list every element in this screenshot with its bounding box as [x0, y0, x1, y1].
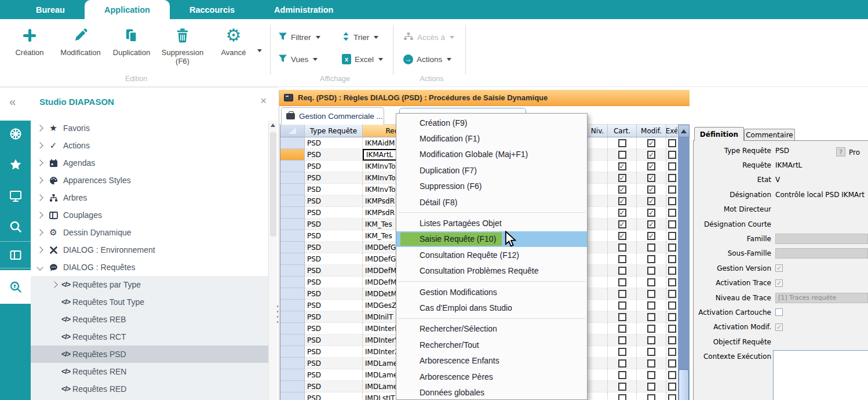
cell-cart[interactable]	[608, 277, 637, 288]
scrollbar-thumb[interactable]	[679, 369, 689, 400]
modif-checkbox[interactable]: ✓	[647, 139, 655, 147]
cell-modif[interactable]	[637, 381, 666, 392]
column-header-Exé[interactable]: Exé	[666, 125, 677, 137]
cell-niv[interactable]	[588, 207, 608, 219]
modif-checkbox[interactable]	[647, 278, 655, 286]
cell-exe[interactable]	[666, 392, 677, 400]
rail-star-icon[interactable]	[0, 151, 31, 178]
cell-niv[interactable]	[588, 288, 608, 300]
cell-modif[interactable]	[637, 369, 666, 381]
exe-checkbox[interactable]	[668, 371, 676, 379]
modif-checkbox[interactable]	[647, 290, 655, 298]
cell-cart[interactable]	[608, 323, 637, 334]
row-selector-cell[interactable]	[280, 300, 305, 311]
chevron-right-icon[interactable]	[37, 142, 43, 148]
cell-cart[interactable]	[608, 149, 637, 161]
modif-checkbox[interactable]: ✓	[647, 151, 655, 159]
tree-item-requ-tes-red[interactable]: </>Requêtes RED	[31, 380, 268, 398]
cell-niv[interactable]	[588, 300, 608, 311]
cell-niv[interactable]	[588, 253, 608, 265]
chevron-down-icon[interactable]	[447, 58, 451, 61]
cell-cart[interactable]	[608, 137, 637, 149]
cell-type-requete[interactable]: PSD	[305, 381, 363, 392]
menu-item-saisie-requ-te-f10-[interactable]: Saisie Requête (F10)	[396, 231, 587, 247]
tab-commentaire[interactable]: Commentaire	[744, 129, 795, 141]
row-selector-cell[interactable]	[280, 392, 305, 400]
tree-item-requ-tes-rct[interactable]: </>Requêtes RCT	[31, 328, 268, 346]
cell-exe[interactable]	[666, 219, 677, 230]
button-avancé[interactable]: ⚙Avancé	[210, 24, 257, 67]
exe-checkbox[interactable]	[668, 290, 676, 298]
rail-monitor-icon[interactable]	[0, 183, 31, 209]
column-header-Cart.[interactable]: Cart.	[608, 125, 637, 137]
cell-niv[interactable]	[588, 137, 608, 149]
field-checkbox[interactable]: ✓	[775, 279, 783, 287]
exe-checkbox[interactable]	[668, 243, 676, 252]
tree-item-dessin-dynamique[interactable]: ⚙Dessin Dynamique	[31, 224, 268, 241]
help-button[interactable]: ?	[836, 147, 845, 157]
menu-item-cas-d-emploi-dans-studio[interactable]: Cas d'Emploi dans Studio	[396, 300, 587, 315]
cell-exe[interactable]	[666, 300, 677, 311]
exe-checkbox[interactable]	[668, 394, 676, 400]
cell-cart[interactable]	[608, 369, 637, 381]
cell-type-requete[interactable]: PSD	[305, 358, 363, 369]
row-selector-cell[interactable]	[280, 358, 305, 369]
contexte-execution-textarea[interactable]	[773, 350, 868, 400]
cell-modif[interactable]: ✓	[637, 184, 666, 195]
cell-exe[interactable]	[666, 253, 677, 265]
row-selector-cell[interactable]	[280, 172, 305, 184]
row-selector-cell[interactable]	[280, 242, 305, 253]
row-selector-cell[interactable]	[280, 149, 305, 161]
cell-cart[interactable]	[608, 242, 637, 253]
cart-checkbox[interactable]	[618, 301, 626, 310]
row-selector-cell[interactable]	[280, 311, 305, 323]
cell-modif[interactable]: ✓	[637, 149, 666, 161]
cell-modif[interactable]: ✓	[637, 172, 666, 184]
cell-exe[interactable]	[666, 381, 677, 392]
exe-checkbox[interactable]	[668, 209, 676, 217]
cart-checkbox[interactable]	[618, 290, 626, 298]
cart-checkbox[interactable]	[618, 359, 626, 368]
chevron-right-icon[interactable]	[37, 194, 43, 201]
row-selector-cell[interactable]	[280, 137, 305, 149]
row-selector-cell[interactable]	[280, 230, 305, 242]
cell-exe[interactable]	[666, 265, 677, 277]
cell-modif[interactable]: ✓	[637, 207, 666, 219]
column-header-Niv.[interactable]: Niv.	[588, 125, 608, 137]
button-suppression[interactable]: Suppression (F6)	[159, 24, 206, 67]
menu-item-modification-f1-[interactable]: Modification (F1)	[396, 130, 587, 146]
cart-checkbox[interactable]	[618, 243, 626, 252]
cell-cart[interactable]: ✓	[608, 195, 637, 207]
cell-type-requete[interactable]: PSD	[305, 346, 363, 358]
modif-checkbox[interactable]: ✓	[647, 197, 655, 205]
chevron-down-icon[interactable]	[316, 36, 320, 39]
cell-modif[interactable]	[637, 242, 666, 253]
exe-checkbox[interactable]	[668, 359, 676, 368]
tree-item-couplages[interactable]: Couplages	[31, 206, 268, 224]
chevron-down-icon[interactable]	[257, 49, 262, 52]
modif-checkbox[interactable]	[647, 325, 655, 333]
cell-modif[interactable]	[637, 300, 666, 311]
cell-modif[interactable]: ✓	[637, 137, 666, 149]
cell-cart[interactable]: ✓	[608, 230, 637, 242]
tree-item-requ-tes-ren[interactable]: </>Requêtes REN	[31, 363, 268, 380]
cell-type-requete[interactable]: PSD	[305, 323, 363, 334]
cart-checkbox[interactable]	[618, 325, 626, 333]
cart-checkbox[interactable]: ✓	[618, 220, 626, 228]
field-checkbox[interactable]: ✓	[775, 323, 783, 331]
chevron-right-icon[interactable]	[37, 212, 43, 218]
cell-cart[interactable]	[608, 346, 637, 358]
exe-checkbox[interactable]	[668, 162, 676, 170]
tree-item-dialog-requ-tes[interactable]: DIALOG : Requêtes	[31, 259, 268, 276]
tree-item-dialog-environnement[interactable]: DIALOG : Environnement	[31, 241, 268, 259]
chevron-down-icon[interactable]	[37, 264, 43, 270]
exe-checkbox[interactable]	[668, 348, 676, 356]
scroll-up-button[interactable]	[678, 125, 690, 137]
menu-item-rechercher-s-lection[interactable]: Rechercher/Sélection	[396, 321, 587, 337]
exe-checkbox[interactable]	[668, 278, 676, 286]
field-input-disabled[interactable]: [1] Traces requête	[775, 293, 868, 303]
modif-checkbox[interactable]	[647, 394, 655, 400]
ribbon-tab-bureau[interactable]: Bureau	[16, 0, 85, 19]
menu-item-consultation-requ-te-f12-[interactable]: Consultation Requête (F12)	[396, 247, 587, 263]
cell-type-requete[interactable]: PSD	[305, 149, 363, 161]
